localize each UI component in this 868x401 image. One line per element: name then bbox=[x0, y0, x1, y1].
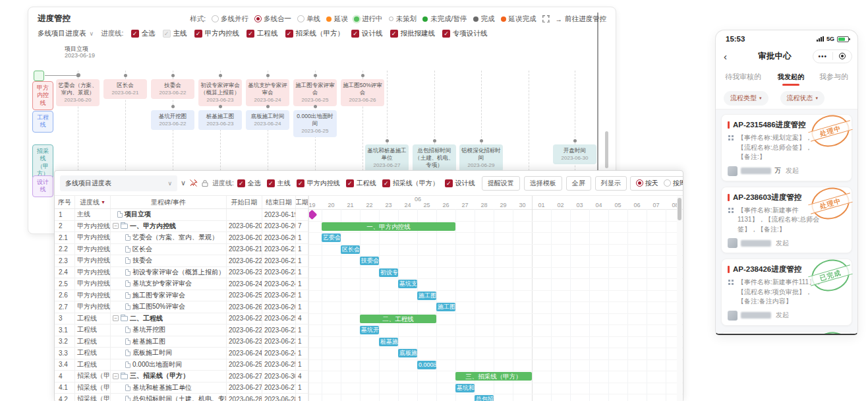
line-checkbox[interactable]: ✓专项设计线 bbox=[442, 29, 488, 38]
column-header[interactable]: 结束日期 bbox=[262, 196, 296, 208]
table-row[interactable]: 2.7甲方内控线施工图50%评审会2023-06-262023-06-261 bbox=[55, 301, 308, 313]
sheet-select[interactable]: 多线项目进度表∨ bbox=[38, 29, 94, 38]
style-radio[interactable]: 多线并行 bbox=[212, 15, 248, 24]
collapse-chevron-icon[interactable]: ∨ bbox=[181, 179, 186, 187]
table-row[interactable]: 2甲方内控线−一、甲方内控线2023-06-202023-06-267 bbox=[55, 221, 308, 233]
gantt-task-bar[interactable]: 总包招标时间（土建、机电、专项） bbox=[475, 395, 494, 401]
table-row[interactable]: 3.1工程线基坑开挖图2023-06-222023-06-221 bbox=[55, 324, 308, 336]
gantt-task-bar[interactable]: 技委会 bbox=[360, 257, 379, 265]
line-checkbox[interactable]: ✓报批报建线 bbox=[390, 29, 436, 38]
table-row[interactable]: 3.4工程线0.000出地面时间2023-06-252023-06-251 bbox=[55, 359, 308, 371]
table-row[interactable]: 4.2招采线（甲方）总包招标时间（土建、机电、专项）2023-06-282023… bbox=[55, 394, 308, 401]
gantt-task-bar[interactable]: 0.000出地面时间 bbox=[417, 361, 436, 369]
style-radio[interactable]: 多线合一 bbox=[254, 15, 291, 24]
gantt-group-bar[interactable]: 一、甲方内控线 bbox=[322, 222, 455, 231]
tab-item[interactable]: 我参与的 bbox=[819, 68, 848, 86]
menu-dots-icon[interactable]: ••• bbox=[813, 50, 832, 63]
line-checkbox[interactable]: ✓全选 bbox=[237, 179, 261, 188]
line-checkbox[interactable]: ✓甲方内控线 bbox=[297, 179, 340, 188]
line-checkbox[interactable]: ✓甲方内控线 bbox=[194, 29, 240, 38]
line-checkbox[interactable]: ✓招采线（甲方） bbox=[285, 29, 345, 38]
milestone-card[interactable]: 桩基施工图2023-06-23 bbox=[198, 110, 242, 130]
milestone-card[interactable]: 施工图专家评审会2023-06-25 bbox=[293, 79, 337, 106]
milestone-card[interactable]: 区长会2023-06-21 bbox=[103, 79, 147, 99]
milestone-card[interactable]: 艺委会（方案、室内、景观）2023-06-20 bbox=[56, 79, 100, 106]
milestone-card[interactable]: 铝模深化招标时间2023-06-29 bbox=[459, 144, 503, 171]
milestone-card[interactable]: 开盘时间2023-06-30 bbox=[553, 144, 596, 164]
sheet-select[interactable]: 多线项目进度表∨ bbox=[60, 175, 177, 191]
table-row[interactable]: 2.1甲方内控线艺委会（方案、室内、景观）2023-06-202023-06-2… bbox=[55, 232, 308, 244]
gantt-group-bar[interactable]: 三、招采线（甲方） bbox=[455, 372, 532, 381]
toolbar-button[interactable]: 提醒设置 bbox=[482, 176, 520, 191]
milestone-card[interactable]: 基坑开挖图2023-06-22 bbox=[151, 110, 194, 130]
vertical-scrollbar[interactable] bbox=[677, 197, 682, 401]
column-header[interactable]: 里程碑/事件 bbox=[111, 196, 227, 208]
table-row[interactable]: 3工程线−二、工程线2023-06-222023-06-254 bbox=[55, 313, 308, 325]
tab-active[interactable]: 我发起的 bbox=[778, 69, 804, 86]
gantt-task-bar[interactable]: 桩基施工图 bbox=[379, 338, 398, 346]
column-header[interactable]: 开始日期 bbox=[227, 196, 262, 208]
back-button[interactable]: ‹ bbox=[724, 51, 737, 62]
table-row[interactable]: 2.2甲方内控线区长会2023-06-212023-06-211 bbox=[55, 244, 308, 256]
gantt-group-bar[interactable]: 二、工程线 bbox=[360, 315, 436, 323]
lock-icon[interactable] bbox=[201, 179, 209, 187]
collapse-icon[interactable]: − bbox=[113, 223, 119, 229]
table-row[interactable]: 4招采线（甲方）−三、招采线（甲方）2023-06-272023-06-304 bbox=[55, 371, 308, 383]
line-checkbox[interactable]: ✓设计线 bbox=[445, 179, 475, 188]
toolbar-button[interactable]: 选择模板 bbox=[524, 176, 562, 191]
line-checkbox[interactable]: ✓全选 bbox=[131, 29, 156, 38]
milestone-card[interactable]: 初设专家评审会（概算上报前）2023-06-23 bbox=[198, 79, 242, 106]
table-row[interactable]: 2.5甲方内控线基坑支护专家评审会2023-06-242023-06-241 bbox=[55, 278, 308, 290]
line-checkbox[interactable]: ✓主线 bbox=[163, 29, 187, 38]
line-checkbox[interactable]: ✓工程线 bbox=[346, 179, 376, 188]
period-radio[interactable]: 按天 bbox=[636, 179, 658, 188]
style-radio[interactable]: 单线 bbox=[297, 15, 320, 24]
filter-dropdown[interactable]: 流程类型▾ bbox=[724, 91, 768, 106]
column-header[interactable]: 进度线▼ bbox=[75, 196, 111, 208]
filter-dropdown[interactable]: 流程状态▾ bbox=[780, 91, 825, 106]
gantt-task-bar[interactable]: 施工图专家评审会 bbox=[417, 292, 436, 300]
fullscreen-icon[interactable] bbox=[542, 15, 550, 22]
close-target-icon[interactable] bbox=[833, 53, 852, 59]
goto-progress-link[interactable]: →前往进度管控 bbox=[556, 15, 607, 24]
gantt-task-bar[interactable]: 基坑支护专家评审会 bbox=[398, 280, 417, 288]
approval-card[interactable]: AP-238423进度管控【事件名称:新建事件13】，【流程名称:项负审批】，【… bbox=[721, 331, 852, 334]
table-row[interactable]: 3.2工程线桩基施工图2023-06-232023-06-231 bbox=[55, 336, 308, 348]
gantt-task-bar[interactable]: 基坑和桩基施工单位 bbox=[455, 384, 475, 392]
table-row[interactable]: 3.3工程线底板施工时间2023-06-242023-06-241 bbox=[55, 348, 308, 359]
milestone-card[interactable]: 基坑和桩基施工单位2023-06-27 bbox=[365, 144, 409, 171]
table-row[interactable]: 1主线项目立项2023-06-19 bbox=[55, 209, 308, 221]
approval-card[interactable]: AP-238603进度管控【事件名称:新建事件1131】，【流程名称:总师会签】… bbox=[721, 187, 852, 254]
milestone-card[interactable]: 技委会2023-06-22 bbox=[151, 79, 194, 99]
line-checkbox[interactable]: ✓主线 bbox=[267, 179, 291, 188]
column-header[interactable]: 工期 bbox=[296, 196, 308, 208]
gantt-task-bar[interactable]: 底板施工时间 bbox=[398, 349, 417, 357]
collapse-icon[interactable]: − bbox=[113, 373, 119, 379]
milestone-card[interactable]: 施工图50%评审会2023-06-26 bbox=[341, 79, 384, 106]
unpin-icon[interactable] bbox=[189, 179, 198, 187]
project-start-node[interactable] bbox=[34, 71, 44, 81]
line-checkbox[interactable]: ✓设计线 bbox=[351, 29, 383, 38]
scrollbar-thumb[interactable] bbox=[678, 198, 681, 220]
tab-item[interactable]: 待我审核的 bbox=[725, 68, 761, 86]
collapse-icon[interactable]: − bbox=[113, 315, 119, 321]
gantt-task-bar[interactable]: 基坑开挖图 bbox=[360, 326, 379, 334]
table-row[interactable]: 2.6甲方内控线施工图专家评审会2023-06-252023-06-251 bbox=[55, 290, 308, 302]
gantt-task-bar[interactable]: 初设专家评审会（概算上报前） bbox=[379, 268, 398, 277]
gantt-milestone-diamond[interactable] bbox=[308, 210, 317, 220]
line-checkbox[interactable]: ✓招采线（甲方） bbox=[382, 179, 439, 188]
column-header[interactable]: 序号 bbox=[55, 196, 75, 208]
approval-card[interactable]: AP-2315486进度管控【事件名称:规划定案】，【流程名称:总师会签】，【备… bbox=[721, 114, 852, 181]
line-checkbox[interactable]: ✓工程线 bbox=[246, 29, 278, 38]
period-radio[interactable]: 按周 bbox=[664, 179, 683, 188]
gantt-task-bar[interactable]: 施工图50%评审会 bbox=[436, 303, 455, 311]
gantt-task-bar[interactable]: 区长会 bbox=[341, 245, 360, 254]
milestone-card[interactable]: 基坑支护专家评审会2023-06-24 bbox=[246, 79, 289, 106]
gantt-task-bar[interactable]: 艺委会（方案、室内、景观） bbox=[322, 233, 341, 242]
table-row[interactable]: 4.1招采线（甲方）基坑和桩基施工单位2023-06-272023-06-271 bbox=[55, 383, 308, 394]
approval-card[interactable]: AP-238426进度管控【事件名称:新建事件111】，【流程名称:项负审批】，… bbox=[721, 259, 852, 326]
milestone-card[interactable]: 0.000出地面时间2023-06-25 bbox=[293, 110, 337, 137]
vertical-scrollbar[interactable] bbox=[605, 131, 608, 168]
toolbar-button[interactable]: 列显示 bbox=[595, 176, 627, 191]
toolbar-button[interactable]: 全屏 bbox=[566, 176, 591, 191]
